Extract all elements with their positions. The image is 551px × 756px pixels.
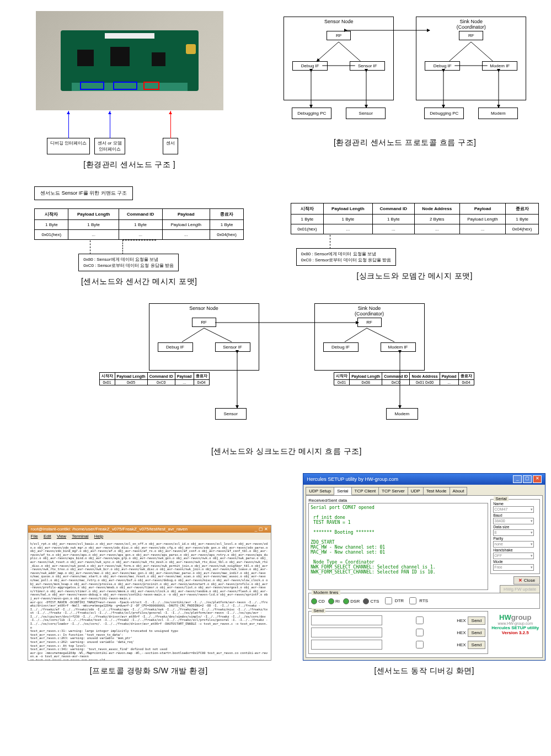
serial-handshake-select[interactable]: OFF▾ [493,553,534,559]
serial-mode-select[interactable]: Free▾ [493,564,534,571]
sensor-msg-note: 0x80 : Sensor에게 데이터 요청을 보냄 0xC0 : Sensor… [78,254,179,271]
caption-2: [환경관리 센서노드 프로토콜 흐름 구조] [334,138,476,148]
hex-check-3[interactable] [386,641,453,648]
svg-line-0 [317,42,339,61]
send-button-1[interactable]: Send [468,616,486,625]
dtr-checkbox[interactable]: DTR [383,596,404,606]
caption-3: [센서노드와 센서간 메시지 포맷] [81,277,197,287]
tab-about[interactable]: About [450,487,468,495]
serial-parity-select[interactable]: none▾ [493,541,534,548]
pcb-label-debug: 디버깅 인터페이스 [47,138,90,154]
serial-close-button[interactable]: Close [513,576,540,585]
svg-line-1 [339,42,361,61]
rts-checkbox[interactable]: RTS [407,596,428,606]
send-input-2[interactable] [311,628,382,637]
fw-update-button: HWg FW update [500,585,540,593]
serial-datasize-select[interactable]: 8▾ [493,529,534,536]
modem-lines-group: Modem lines CD RI DSR CTS DTR RTS [308,593,540,609]
tab-serial[interactable]: Serial [334,487,351,495]
hercules-window: Hercules SETUP utility by HW-group.com _… [303,473,545,661]
send-button-2[interactable]: Send [468,629,486,637]
hex-check-2[interactable] [386,629,453,636]
svg-line-5 [450,42,472,61]
hw-logo: HWgroup www.HW-group.com Hercules SETUP … [490,613,540,635]
hex-check-1[interactable] [386,616,453,624]
modem-msg-format: 시작자 Payload Length Command ID Node Addre… [291,186,539,266]
tab-tcpclient[interactable]: TCP Client [351,487,379,495]
pcb-photo-figure: 디버깅 인터페이스 센서 or 모뎀인터페이스 센서 [36,11,223,154]
send-group: Send HEXSend HEXSend HEXSend [308,611,488,654]
caption-7: [센서노드 동작 디버깅 화면] [375,666,474,676]
maximize-button[interactable]: ▢ [523,475,532,483]
modem-msg-note: 0x80 : Sensor에게 데이터 요청을 보냄 0xC0 : Sensor… [296,248,397,266]
pcb-label-sensor-modem: 센서 or 모뎀인터페이스 [94,138,125,154]
caption-1: [환경관리 센서노드 구조 ] [83,160,175,170]
caption-6: [프로토콜 경량화 S/W 개발 환경] [90,666,208,676]
sensor-msg-table: 시작자 Payload Length Command ID Payload 종료… [34,208,244,240]
tab-udp[interactable]: UDP [408,487,424,495]
sensor-msg-format: 센서노드 Sensor IF를 위한 커맨드 구조 시작자 Payload Le… [34,186,244,271]
terminal-title: root@instant-contiki: /home/user/FreakZ_… [31,527,188,532]
protocol-flow-diagram: Sensor Node RF Debug IF Sensor IF Debugg… [272,11,537,132]
terminal-output[interactable]: h/zcl_rpt.o obj_avr-raven/zcl_basic.o ob… [28,540,271,660]
caption-4: [싱크노드와 모뎀간 메시지 포맷] [357,271,473,281]
pcb-label-sensor: 센서 [163,138,178,154]
caption-5: [센서노드와 싱크노드간 메시지 흐름 구조] [211,447,362,457]
terminal-menu[interactable]: File Edit View Terminal Help [28,533,271,540]
tab-tcpserver[interactable]: TCP Server [378,487,408,495]
close-button[interactable]: ✕ [533,475,542,483]
minimize-button[interactable]: _ [513,475,522,483]
serial-output[interactable]: Serial port COM47 opened rf init done TE… [308,503,488,590]
send-input-1[interactable] [311,615,382,625]
serial-baud-select[interactable]: 38400▾ [493,518,534,524]
svg-line-6 [471,42,493,61]
hercules-tabs: UDP SetupSerialTCP ClientTCP ServerUDPTe… [306,487,543,495]
serial-name-select[interactable]: COM47▾ [493,506,534,513]
send-button-3[interactable]: Send [468,641,486,649]
modem-msg-table: 시작자 Payload Length Command ID Node Addre… [291,203,539,234]
tab-udpsetup[interactable]: UDP Setup [306,487,334,495]
hercules-title: Hercules SETUP utility by HW-group.com [307,476,398,482]
terminal-window-controls[interactable]: _ ▢ ✕ [255,527,268,532]
terminal-window: root@instant-contiki: /home/user/FreakZ_… [28,525,270,661]
tab-testmode[interactable]: Test Mode [423,487,450,495]
msg-flow-diagram: Sensor Node RF Debug IF Sensor IF Sink N… [94,303,480,441]
send-input-3[interactable] [311,640,382,650]
